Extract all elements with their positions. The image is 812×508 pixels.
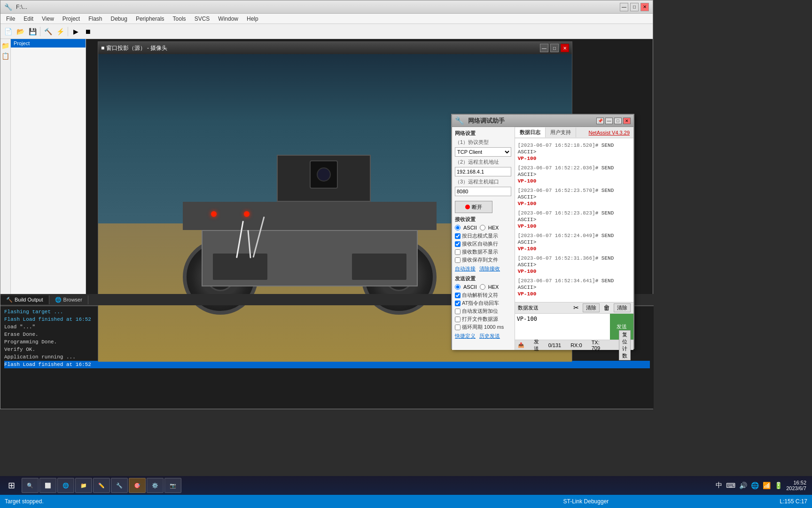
- toolbar-debug[interactable]: ▶: [70, 26, 81, 37]
- net-rx-log-checkbox[interactable]: [455, 233, 461, 239]
- camera-minimize[interactable]: —: [540, 44, 548, 52]
- net-tab-support[interactable]: 用户支持: [546, 127, 576, 137]
- net-protocol-select[interactable]: TCP Client: [455, 147, 511, 157]
- net-rx-hide-checkbox[interactable]: [455, 249, 461, 255]
- net-debug-window: 🔧 网络调试助手 📌 — □ ✕ 网络设置 （1）协议类型 TCP Client…: [451, 114, 634, 349]
- net-pin-btn[interactable]: 📌: [596, 118, 604, 124]
- toolbar-save[interactable]: 💾: [27, 26, 38, 37]
- taskbar: ⊞ 🔍 ⬜ 🌐 📁 ✏️ 🔧 🎯 ⚙️ 📷 中 ⌨ 🔊 🌐 📶 🔋 16:52 …: [0, 476, 812, 495]
- net-rx-log-mode: 按日志模式显示: [455, 232, 512, 239]
- net-minimize-btn[interactable]: —: [605, 118, 613, 124]
- net-host-input[interactable]: [455, 167, 511, 176]
- menu-svcs[interactable]: SVCS: [191, 15, 214, 23]
- toolbar-new[interactable]: 📄: [2, 26, 14, 37]
- net-tx-hex[interactable]: [480, 284, 485, 290]
- net-disconnect-btn[interactable]: 断开: [455, 201, 492, 213]
- menu-edit[interactable]: Edit: [20, 15, 37, 23]
- net-send-clear-icon[interactable]: ✂: [573, 304, 579, 311]
- net-tx-escape: 自动解析转义符: [455, 292, 512, 299]
- net-log-area[interactable]: [2023-06-07 16:52:03.263]# SEND ASCII>VP…: [515, 138, 633, 302]
- toolbar-build[interactable]: 🔨: [42, 26, 54, 37]
- net-debug-body: 网络设置 （1）协议类型 TCP Client （2）远程主机地址 （3）远程主…: [452, 127, 633, 350]
- ide-minimize-btn[interactable]: —: [620, 3, 628, 11]
- net-history-link[interactable]: 历史发送: [479, 333, 500, 340]
- menu-flash[interactable]: Flash: [85, 15, 106, 23]
- menu-peripherals[interactable]: Peripherals: [132, 15, 168, 23]
- log-entry: [2023-06-07 16:52:23.570]# SEND ASCII>VP…: [518, 187, 631, 207]
- log-entry: [2023-06-07 16:52:31.366]# SEND ASCII>VP…: [518, 255, 631, 275]
- menu-help[interactable]: Help: [243, 15, 262, 23]
- net-reset-count-btn[interactable]: 复位计数: [619, 330, 631, 360]
- menu-debug[interactable]: Debug: [107, 15, 131, 23]
- net-clear-btn[interactable]: 清除: [583, 303, 600, 312]
- ide-title-left: 🔧 F:\...: [4, 3, 27, 11]
- taskbar-camera[interactable]: 📷: [164, 478, 181, 493]
- systray-keyboard: ⌨: [726, 482, 735, 489]
- taskbar-taskview[interactable]: ⬜: [39, 478, 56, 493]
- ide-maximize-btn[interactable]: □: [630, 3, 639, 11]
- taskbar-start-button[interactable]: ⊞: [2, 478, 21, 493]
- net-tab-log[interactable]: 数据日志: [515, 127, 546, 137]
- net-maximize-btn[interactable]: □: [614, 118, 622, 124]
- log-value: VP-100: [518, 223, 537, 229]
- net-shortcut-link[interactable]: 快捷定义: [455, 333, 476, 340]
- net-tx-escape-checkbox[interactable]: [455, 293, 461, 298]
- top-board: [183, 202, 437, 230]
- taskbar-editor[interactable]: ✏️: [93, 478, 110, 493]
- red-light-2: [244, 211, 250, 217]
- net-rx-ascii-label: ASCII: [463, 225, 477, 230]
- net-tab-log-label: 数据日志: [520, 129, 540, 135]
- net-version-link[interactable]: NetAssist V4.3.29: [585, 128, 633, 137]
- net-auto-connect-link[interactable]: 自动连接: [455, 265, 476, 272]
- ide-controls: — □ ✕: [620, 3, 649, 11]
- net-tx-loop-checkbox[interactable]: [455, 325, 461, 330]
- net-port-input[interactable]: [455, 187, 511, 196]
- tab-browser[interactable]: 🌐 Browser: [49, 295, 88, 304]
- net-delete-btn[interactable]: 清除: [614, 303, 631, 312]
- toolbar-stop[interactable]: ⏹: [82, 26, 94, 37]
- menu-view[interactable]: View: [38, 15, 58, 23]
- taskbar-search[interactable]: 🔍: [22, 478, 39, 493]
- output-line-8: Flash Load finished at 16:52: [4, 361, 650, 368]
- net-send-delete-icon[interactable]: 🗑: [603, 304, 610, 311]
- net-tx-ascii[interactable]: [455, 284, 461, 290]
- camera-close[interactable]: ✕: [561, 44, 569, 52]
- net-send-input[interactable]: VP-100: [515, 314, 610, 340]
- net-tx-at-checkbox[interactable]: [455, 301, 461, 306]
- tab-build-output[interactable]: 🔨 Build Output: [0, 295, 49, 304]
- taskbar-app1[interactable]: 🔧: [111, 478, 128, 493]
- build-output-label: Build Output: [15, 297, 43, 302]
- net-tx-file-checkbox[interactable]: [455, 317, 461, 322]
- menu-window[interactable]: Window: [214, 15, 242, 23]
- menu-project[interactable]: Project: [59, 15, 84, 23]
- net-rx-section: 接收设置: [455, 216, 512, 223]
- menu-file[interactable]: File: [2, 15, 19, 23]
- taskbar-app3[interactable]: ⚙️: [147, 478, 164, 493]
- net-rx-wrap-checkbox[interactable]: [455, 241, 461, 247]
- log-timestamp: [2023-06-07 16:52:24.049]: [518, 233, 595, 238]
- taskbar-app2[interactable]: 🎯: [129, 478, 146, 493]
- net-port-label: （3）远程主机端口: [455, 178, 512, 185]
- sidebar-project-icon[interactable]: 📁: [0, 41, 10, 50]
- net-clear-rx-link[interactable]: 清除接收: [479, 265, 500, 272]
- net-rx-hex[interactable]: [480, 225, 485, 230]
- menu-tools[interactable]: Tools: [169, 15, 190, 23]
- disconnect-label: 断开: [472, 204, 482, 211]
- net-tx-append-checkbox[interactable]: [455, 309, 461, 314]
- taskbar-explorer[interactable]: 📁: [75, 478, 92, 493]
- net-tx-section: 发送设置: [455, 275, 512, 282]
- ide-close-btn[interactable]: ✕: [640, 3, 649, 11]
- taskbar-browser[interactable]: 🌐: [57, 478, 74, 493]
- camera-maximize[interactable]: □: [550, 44, 559, 52]
- sensor-box: [277, 155, 371, 202]
- log-entry: [2023-06-07 16:52:18.520]# SEND ASCII>VP…: [518, 142, 631, 162]
- net-rx-save-checkbox[interactable]: [455, 257, 461, 263]
- toolbar-open[interactable]: 📂: [15, 26, 26, 37]
- start-icon: ⊞: [8, 480, 15, 491]
- systray-battery: 🔋: [774, 482, 782, 489]
- net-rx-ascii[interactable]: [455, 225, 461, 230]
- sidebar-reg-icon[interactable]: 📋: [0, 51, 10, 61]
- toolbar-rebuild[interactable]: ⚡: [55, 26, 66, 37]
- net-close-btn[interactable]: ✕: [623, 118, 631, 124]
- browser-label: Browser: [63, 297, 82, 302]
